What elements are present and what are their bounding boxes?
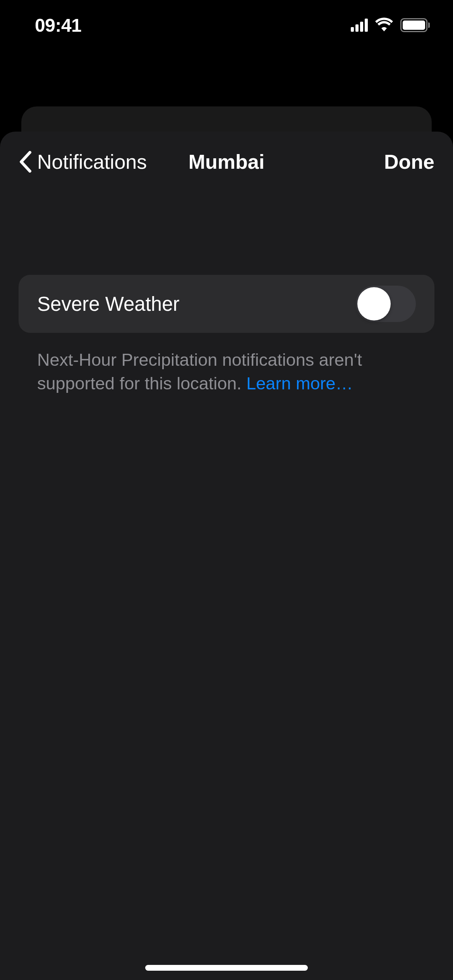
back-label: Notifications xyxy=(37,150,147,173)
learn-more-link[interactable]: Learn more… xyxy=(246,373,353,393)
status-time: 09:41 xyxy=(35,15,81,36)
severe-weather-row: Severe Weather xyxy=(19,275,434,333)
navigation-bar: Notifications Mumbai Done xyxy=(0,132,453,192)
chevron-left-icon xyxy=(19,151,33,173)
home-indicator[interactable] xyxy=(145,965,308,971)
wifi-icon xyxy=(375,17,393,33)
toggle-knob xyxy=(357,287,391,320)
status-icons xyxy=(351,17,430,33)
page-title: Mumbai xyxy=(189,150,264,173)
severe-weather-label: Severe Weather xyxy=(37,293,180,315)
done-button[interactable]: Done xyxy=(384,150,434,173)
severe-weather-toggle[interactable] xyxy=(356,286,416,322)
settings-sheet: Notifications Mumbai Done Severe Weather… xyxy=(0,132,453,980)
back-button[interactable]: Notifications xyxy=(19,150,147,173)
footer-description: Next-Hour Precipitation notifications ar… xyxy=(19,333,434,396)
content-area: Severe Weather Next-Hour Precipitation n… xyxy=(0,192,453,396)
battery-icon xyxy=(400,18,430,32)
cellular-signal-icon xyxy=(351,19,368,32)
status-bar: 09:41 xyxy=(0,0,453,50)
